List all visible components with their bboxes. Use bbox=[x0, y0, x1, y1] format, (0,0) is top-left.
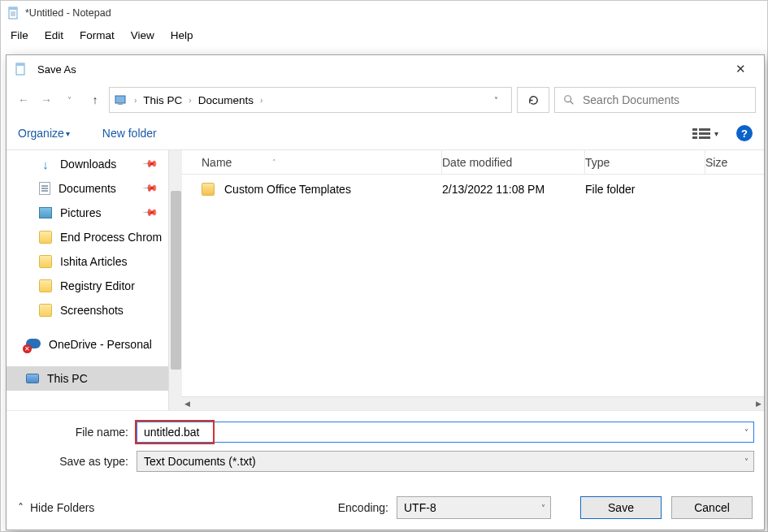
save-form: File name: untitled.bat ˅ Save as type: … bbox=[7, 410, 764, 481]
horizontal-scrollbar[interactable]: ◀ ▶ bbox=[182, 396, 764, 410]
sidebar-item-folder[interactable]: Screenshots bbox=[7, 298, 168, 322]
chevron-right-icon[interactable]: › bbox=[185, 96, 194, 105]
chevron-right-icon[interactable]: › bbox=[131, 96, 140, 105]
svg-line-10 bbox=[571, 102, 574, 105]
file-area[interactable]: Custom Office Templates 2/13/2022 11:08 … bbox=[182, 175, 764, 396]
svg-rect-7 bbox=[115, 96, 125, 103]
sidebar-item-label: End Process Chrom bbox=[60, 231, 162, 244]
sidebar-item-label: Downloads bbox=[60, 158, 116, 171]
sidebar-item-label: This PC bbox=[47, 372, 88, 385]
save-as-icon bbox=[15, 63, 28, 76]
file-row[interactable]: Custom Office Templates 2/13/2022 11:08 … bbox=[182, 175, 764, 199]
hide-folders-toggle[interactable]: ˄ Hide Folders bbox=[18, 501, 94, 514]
save-as-dialog: Save As ✕ ← → ˅ ↑ › This PC › Documents … bbox=[6, 54, 765, 530]
view-options-button[interactable]: ▾ bbox=[687, 125, 723, 141]
chevron-down-icon: ▾ bbox=[714, 129, 718, 138]
back-icon[interactable]: ← bbox=[15, 91, 33, 109]
svg-rect-12 bbox=[699, 128, 710, 131]
scrollbar-thumb[interactable] bbox=[171, 191, 181, 370]
column-size[interactable]: Size bbox=[705, 156, 764, 169]
sidebar-item-this-pc[interactable]: This PC bbox=[7, 366, 168, 391]
close-icon[interactable]: ✕ bbox=[726, 58, 756, 80]
menu-help[interactable]: Help bbox=[164, 28, 200, 43]
menu-format[interactable]: Format bbox=[73, 28, 121, 43]
notepad-menubar[interactable]: File Edit Format View Help bbox=[1, 25, 767, 45]
breadcrumb-folder[interactable]: Documents bbox=[198, 94, 254, 106]
toolbar: Organize ▾ New folder ▾ ? bbox=[7, 117, 764, 149]
dialog-footer: ˄ Hide Folders Encoding: UTF-8 ˅ Save Ca… bbox=[7, 486, 764, 530]
svg-rect-16 bbox=[699, 136, 710, 139]
svg-rect-15 bbox=[692, 136, 697, 139]
up-icon[interactable]: ↑ bbox=[86, 91, 104, 109]
menu-view[interactable]: View bbox=[124, 28, 161, 43]
notepad-titlebar: *Untitled - Notepad bbox=[1, 1, 767, 25]
organize-menu[interactable]: Organize ▾ bbox=[18, 127, 70, 140]
breadcrumb-root[interactable]: This PC bbox=[143, 94, 182, 106]
filename-label: File name: bbox=[16, 426, 137, 439]
pc-icon bbox=[26, 374, 39, 383]
sidebar-item-pictures[interactable]: Pictures 📌 bbox=[7, 201, 168, 225]
sidebar-item-folder[interactable]: End Process Chrom bbox=[7, 225, 168, 249]
svg-rect-13 bbox=[692, 132, 697, 135]
chevron-down-icon[interactable]: ˅ bbox=[744, 457, 748, 466]
onedrive-icon: ✕ bbox=[26, 337, 41, 352]
document-icon bbox=[39, 182, 50, 195]
error-badge-icon: ✕ bbox=[23, 344, 32, 353]
help-button[interactable]: ? bbox=[736, 125, 753, 141]
pin-icon: 📌 bbox=[142, 155, 159, 172]
navigation-row: ← → ˅ ↑ › This PC › Documents › ˅ Search… bbox=[7, 83, 764, 117]
chevron-down-icon[interactable]: ˅ bbox=[541, 504, 545, 513]
savetype-field[interactable]: Text Documents (*.txt) ˅ bbox=[137, 451, 754, 472]
pin-icon: 📌 bbox=[142, 179, 159, 197]
sidebar-item-label: OneDrive - Personal bbox=[49, 338, 152, 351]
column-headers: Name ˄ Date modified Type Size bbox=[182, 150, 764, 175]
breadcrumb[interactable]: › This PC › Documents › ˅ bbox=[109, 87, 512, 113]
savetype-label: Save as type: bbox=[16, 455, 137, 468]
sidebar-item-label: Documents bbox=[59, 182, 116, 195]
svg-rect-14 bbox=[699, 132, 710, 135]
scroll-right-icon[interactable]: ▶ bbox=[756, 400, 761, 408]
sidebar-item-folder[interactable]: Registry Editor bbox=[7, 274, 168, 298]
dialog-title-text: Save As bbox=[37, 63, 76, 76]
download-icon: ↓ bbox=[39, 158, 52, 171]
svg-rect-8 bbox=[118, 103, 123, 105]
folder-icon bbox=[39, 279, 52, 292]
column-name[interactable]: Name ˄ bbox=[182, 156, 442, 169]
scroll-left-icon[interactable]: ◀ bbox=[184, 400, 190, 408]
column-date[interactable]: Date modified bbox=[442, 156, 585, 169]
refresh-button[interactable] bbox=[517, 87, 549, 113]
recent-dropdown-icon[interactable]: ˅ bbox=[60, 91, 78, 109]
location-icon bbox=[115, 93, 128, 106]
svg-rect-11 bbox=[692, 128, 697, 131]
breadcrumb-dropdown-icon[interactable]: ˅ bbox=[486, 96, 506, 105]
encoding-value: UTF-8 bbox=[404, 501, 436, 514]
sidebar-item-onedrive[interactable]: ✕ OneDrive - Personal bbox=[7, 332, 168, 357]
new-folder-button[interactable]: New folder bbox=[102, 127, 157, 140]
search-input[interactable]: Search Documents bbox=[554, 87, 756, 113]
sidebar-item-label: Ishita Articles bbox=[60, 255, 127, 268]
svg-rect-6 bbox=[16, 63, 24, 66]
sidebar-item-label: Screenshots bbox=[60, 304, 124, 317]
sidebar-scrollbar[interactable] bbox=[168, 150, 182, 410]
cancel-button[interactable]: Cancel bbox=[671, 496, 753, 519]
sidebar-item-downloads[interactable]: ↓ Downloads 📌 bbox=[7, 152, 168, 176]
menu-edit[interactable]: Edit bbox=[38, 28, 70, 43]
folder-icon bbox=[39, 255, 52, 268]
encoding-select[interactable]: UTF-8 ˅ bbox=[397, 496, 551, 519]
file-list: Name ˄ Date modified Type Size Custom Of… bbox=[182, 150, 764, 410]
filename-field[interactable]: untitled.bat ˅ bbox=[137, 422, 754, 443]
forward-icon[interactable]: → bbox=[37, 91, 55, 109]
file-type: File folder bbox=[585, 183, 705, 196]
file-name: Custom Office Templates bbox=[224, 183, 351, 196]
folder-icon bbox=[202, 183, 215, 196]
save-button[interactable]: Save bbox=[580, 496, 662, 519]
column-type[interactable]: Type bbox=[585, 156, 705, 169]
sidebar-item-documents[interactable]: Documents 📌 bbox=[7, 176, 168, 201]
svg-rect-1 bbox=[9, 7, 17, 10]
chevron-right-icon[interactable]: › bbox=[257, 96, 266, 105]
menu-file[interactable]: File bbox=[4, 28, 35, 43]
chevron-up-icon: ˄ bbox=[18, 501, 24, 514]
chevron-down-icon[interactable]: ˅ bbox=[744, 428, 748, 437]
encoding-label: Encoding: bbox=[338, 501, 388, 514]
sidebar-item-folder[interactable]: Ishita Articles bbox=[7, 249, 168, 274]
